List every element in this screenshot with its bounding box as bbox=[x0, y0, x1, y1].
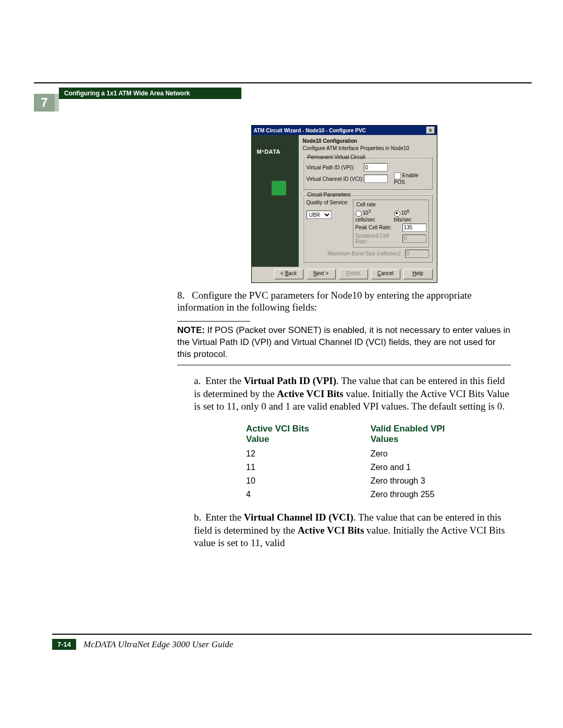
substep-a: a.Enter the Virtual Path ID (VPI). The v… bbox=[194, 375, 511, 413]
top-rule bbox=[34, 82, 532, 83]
sustained-input bbox=[402, 235, 426, 243]
sub-a-pre: Enter the bbox=[205, 375, 244, 386]
bits-per-sec-radio[interactable]: 106 bits/sec bbox=[394, 208, 426, 223]
table-row: 12Zero bbox=[246, 448, 510, 460]
back-button[interactable]: < Back bbox=[274, 269, 303, 279]
sustained-label: Sustained Cell Rate: bbox=[356, 233, 402, 244]
note-rule-bottom bbox=[177, 365, 511, 365]
peak-label: Peak Cell Rate: bbox=[356, 225, 402, 230]
cell: Zero through 255 bbox=[371, 488, 510, 501]
cell: Zero and 1 bbox=[371, 461, 510, 474]
chapter-number-tab: 7 bbox=[34, 94, 59, 112]
cell: Zero bbox=[371, 448, 510, 460]
step-text: Configure the PVC parameters for Node10 … bbox=[177, 290, 472, 313]
sub-b-bold2: Active VCI Bits bbox=[298, 525, 364, 536]
sub-a-bold2: Active VCI Bits bbox=[277, 388, 343, 399]
max-burst-input bbox=[405, 250, 429, 258]
enable-pos-checkbox[interactable]: Enable POS bbox=[394, 172, 429, 185]
cell: 11 bbox=[246, 461, 370, 474]
qos-select[interactable]: UBR bbox=[307, 211, 332, 219]
next-button[interactable]: Next > bbox=[307, 269, 336, 279]
sub-a-bold1: Virtual Path ID (VPI) bbox=[244, 375, 336, 386]
substep-a-label: a. bbox=[194, 375, 205, 388]
max-burst-label: Maximum Burst Size (cells/sec): bbox=[327, 251, 401, 256]
col-header-2: Valid Enabled VPI Values bbox=[371, 422, 510, 447]
cell: 12 bbox=[246, 448, 370, 460]
book-title: McDATA UltraNet Edge 3000 User Guide bbox=[83, 639, 233, 650]
dialog-title: ATM Circuit Wizard - Node10 - Configure … bbox=[254, 128, 366, 133]
col-header-1: Active VCI Bits Value bbox=[246, 422, 370, 447]
dialog-subheading: Configure ATM Interface Properties in No… bbox=[303, 145, 433, 151]
wizard-dialog: ATM Circuit Wizard - Node10 - Configure … bbox=[251, 125, 437, 283]
cellrate-group: Cell rate 103 cells/sec 106 bits/sec Pea… bbox=[353, 200, 429, 248]
substep-b-label: b. bbox=[194, 511, 205, 524]
cell: Zero through 3 bbox=[371, 475, 510, 487]
dialog-heading: Node10 Configuration bbox=[303, 138, 433, 144]
qos-label: Quality of Service: bbox=[307, 200, 351, 205]
vci-label: Virtual Channel ID (VCI): bbox=[307, 176, 364, 182]
substep-b: b.Enter the Virtual Channel ID (VCI). Th… bbox=[194, 511, 511, 550]
circuit-fieldset: Circuit Parameters Quality of Service: U… bbox=[303, 192, 433, 263]
node-icon bbox=[272, 181, 286, 195]
sub-b-pre: Enter the bbox=[205, 512, 244, 523]
page-number: 7-14 bbox=[52, 639, 76, 650]
table-row: 4Zero through 255 bbox=[246, 488, 510, 501]
note-text: If POS (Packet over SONET) is enabled, i… bbox=[177, 325, 510, 359]
note-rule-top bbox=[177, 321, 250, 322]
circuit-legend: Circuit Parameters bbox=[307, 192, 352, 198]
peak-input[interactable] bbox=[402, 224, 426, 232]
finish-button: Finish bbox=[339, 269, 368, 279]
cancel-button[interactable]: Cancel bbox=[371, 269, 400, 279]
table-row: 11Zero and 1 bbox=[246, 461, 510, 474]
cells-per-sec-radio[interactable]: 103 cells/sec bbox=[356, 208, 390, 223]
vpi-label: Virtual Path ID (VPI): bbox=[307, 165, 364, 170]
page-content: ATM Circuit Wizard - Node10 - Configure … bbox=[177, 125, 511, 557]
step-8: 8.Configure the PVC parameters for Node1… bbox=[177, 289, 511, 314]
dialog-titlebar: ATM Circuit Wizard - Node10 - Configure … bbox=[252, 126, 437, 135]
step-number: 8. bbox=[177, 289, 192, 302]
pvc-legend: Permanent Virtual Circuit bbox=[307, 154, 366, 160]
close-icon[interactable]: X bbox=[426, 127, 435, 134]
mcdata-logo: McDATA bbox=[252, 135, 299, 155]
vci-bits-table: Active VCI Bits Value Valid Enabled VPI … bbox=[245, 421, 511, 502]
vci-input[interactable] bbox=[364, 175, 388, 183]
note-block: NOTE: If POS (Packet over SONET) is enab… bbox=[177, 325, 511, 361]
sub-b-bold1: Virtual Channel ID (VCI) bbox=[244, 512, 353, 523]
table-row: 10Zero through 3 bbox=[246, 475, 510, 487]
pvc-fieldset: Permanent Virtual Circuit Virtual Path I… bbox=[303, 154, 433, 190]
help-button[interactable]: Help bbox=[403, 269, 433, 279]
cellrate-legend: Cell rate bbox=[356, 202, 377, 207]
dialog-buttons: < Back Next > Finish Cancel Help bbox=[252, 267, 437, 282]
page-footer: 7-14 McDATA UltraNet Edge 3000 User Guid… bbox=[52, 634, 532, 650]
dialog-sidebar: McDATA bbox=[252, 135, 299, 267]
cell: 4 bbox=[246, 488, 370, 501]
chapter-title: Configuring a 1x1 ATM Wide Area Network bbox=[59, 88, 241, 99]
vpi-input[interactable] bbox=[364, 163, 388, 171]
note-label: NOTE: bbox=[177, 325, 205, 335]
cell: 10 bbox=[246, 475, 370, 487]
